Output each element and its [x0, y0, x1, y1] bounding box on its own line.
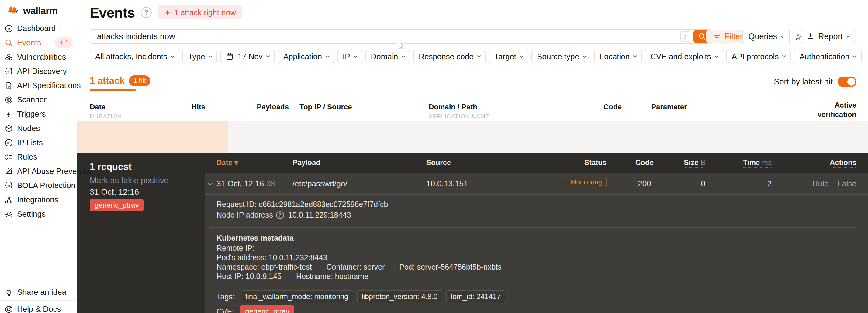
detail-col-size[interactable]: Size B	[663, 158, 705, 167]
action-rule[interactable]: Rule	[812, 179, 829, 188]
sort-toggle[interactable]	[838, 76, 857, 87]
request-actions: Rule False	[812, 179, 857, 188]
sidebar-item-api-discovery[interactable]: API Discovery	[0, 64, 76, 79]
chip-target[interactable]: Target	[489, 50, 528, 63]
chip-type[interactable]: Type	[182, 50, 217, 63]
wallarm-logo[interactable]: wallarm	[7, 5, 58, 17]
col-date: Date	[90, 103, 105, 111]
cve-badge: generic_ptrav	[240, 305, 294, 313]
chip-domain[interactable]: Domain	[366, 50, 410, 63]
chevron-down-icon	[846, 34, 850, 38]
sidebar-item-scanner[interactable]: Scanner	[0, 93, 76, 107]
chip-cve[interactable]: CVE and exploits	[645, 50, 723, 63]
detail-col-actions[interactable]: Actions	[830, 158, 857, 167]
report-button[interactable]: Report	[801, 30, 855, 43]
page-title: Events	[90, 4, 135, 21]
attack-right-now-banner[interactable]: 1 attack right now	[158, 5, 242, 20]
search-resize-handle[interactable]	[397, 42, 405, 49]
question-icon[interactable]: ?	[276, 211, 284, 219]
help-icon[interactable]: ?	[141, 7, 152, 18]
request-time: 2	[723, 179, 772, 188]
tag-chip: libproton_version: 4.8.0	[357, 290, 442, 303]
chip-source-type[interactable]: Source type	[531, 50, 591, 63]
queries-button[interactable]: Queries	[743, 30, 789, 42]
search-bar: /	[90, 29, 712, 44]
col-duration: DURATION	[90, 113, 122, 120]
sidebar-divider	[0, 300, 76, 301]
ip-circle-icon: IP	[5, 138, 13, 147]
sidebar-item-events[interactable]: Events 1	[0, 36, 76, 50]
tab-attacks[interactable]: 1 attack 1 hit	[90, 75, 150, 86]
col-code: Code	[603, 103, 622, 111]
sort-by-latest-hit-label: Sort by latest hit	[774, 77, 833, 87]
col-parameter: Parameter	[651, 103, 687, 111]
sidebar-item-nodes[interactable]: Nodes	[0, 121, 76, 135]
sidebar-item-vulnerabilities[interactable]: Vulnerabilities	[0, 50, 76, 64]
request-date[interactable]: 31 Oct, 12:16:38	[216, 179, 275, 188]
chip-authentication[interactable]: Authentication	[794, 50, 862, 63]
sidebar-item-settings[interactable]: Settings	[0, 207, 76, 221]
bot-blocked-icon	[5, 167, 13, 176]
sidebar-item-api-specifications[interactable]: API Specifications	[0, 79, 76, 93]
braces-id-icon: ID	[5, 181, 13, 190]
tab-baseline	[77, 91, 868, 91]
search-input[interactable]	[90, 30, 680, 43]
detail-col-time[interactable]: Time ms	[723, 158, 772, 167]
sidebar-item-triggers[interactable]: Triggers	[0, 107, 76, 121]
node-ip-line: Node IP address ? 10.0.11.229:18443	[216, 211, 351, 219]
remote-ip-line: Remote IP:	[216, 244, 254, 253]
chip-attack-type[interactable]: All attacks, Incidents	[90, 50, 179, 63]
chip-date[interactable]: 17 Nov	[220, 50, 275, 63]
chip-application[interactable]: Application	[278, 50, 334, 63]
detail-col-date-sort[interactable]: Date ▾	[216, 158, 238, 167]
sidebar: wallarm Dashboard Events 1 Vulnerabiliti…	[0, 0, 77, 313]
sidebar-item-dashboard[interactable]: Dashboard	[0, 21, 76, 36]
sidebar-item-api-abuse-prevention[interactable]: API Abuse Prevention	[0, 164, 76, 178]
detail-col-payload: Payload	[292, 158, 320, 167]
lightbulb-icon	[5, 288, 13, 296]
attack-row[interactable]: 17 Nov, 14:07 now 1 1 Path Traversal NO …	[77, 121, 868, 153]
sidebar-item-integrations[interactable]: Integrations	[0, 193, 76, 207]
hit-count-badge: 1 hit	[129, 75, 150, 86]
download-icon	[807, 33, 814, 40]
action-false[interactable]: False	[837, 179, 857, 188]
biohazard-icon	[5, 53, 13, 61]
col-application-name: APPLICATION NAME	[429, 113, 490, 120]
request-count: 1 request	[90, 161, 132, 172]
chip-response-code[interactable]: Response code	[413, 50, 486, 63]
col-active-verification: Active verification	[817, 100, 857, 119]
request-code: 200	[623, 179, 666, 188]
gear-icon	[5, 210, 13, 218]
tag-chip: lom_id: 241417	[446, 290, 505, 303]
braces-check-icon	[5, 67, 13, 76]
chip-location[interactable]: Location	[594, 50, 642, 63]
mark-false-positive-link[interactable]: Mark as false positive	[90, 176, 169, 185]
request-source: 10.0.13.151	[426, 179, 468, 188]
namespace-line: Namespace: ebpf-traffic-test Container: …	[216, 262, 502, 271]
tags-line: Tags: final_wallarm_mode: monitoring lib…	[216, 290, 505, 303]
chevron-down-icon	[780, 34, 784, 38]
events-attack-badge: 1	[55, 37, 73, 48]
event-detail-panel: 1 request Mark as false positive 31 Oct,…	[77, 153, 868, 313]
sidebar-item-help-docs[interactable]: Help & Docs	[0, 302, 76, 313]
sidebar-nav: Dashboard Events 1 Vulnerabilities API D…	[0, 21, 76, 221]
svg-text:IP: IP	[7, 141, 10, 145]
sidebar-item-rules[interactable]: Rules	[0, 150, 76, 164]
sidebar-item-share-idea[interactable]: Share an idea	[0, 285, 76, 299]
bolt-icon	[59, 40, 63, 46]
host-line: Host IP: 10.0.9.145 Hostname: hostname	[216, 272, 369, 281]
chip-ip[interactable]: IP	[337, 50, 363, 63]
col-payloads: Payloads	[229, 103, 289, 111]
sidebar-item-ip-lists[interactable]: IP IP Lists	[0, 135, 76, 150]
event-date: 31 Oct, 12:16	[90, 187, 139, 197]
kubernetes-title: Kubernetes metadata	[216, 234, 294, 243]
sidebar-item-bola-protection[interactable]: ID BOLA Protection	[0, 178, 76, 193]
chip-api-protocols[interactable]: API protocols	[726, 50, 791, 63]
checklist-icon	[5, 153, 13, 161]
tab-active-underline	[90, 89, 136, 91]
filter-icon	[713, 33, 721, 40]
attack-row-highlight	[77, 121, 228, 153]
col-hits[interactable]: Hits	[191, 103, 205, 111]
document-icon	[5, 82, 13, 90]
cube-icon	[5, 124, 13, 133]
